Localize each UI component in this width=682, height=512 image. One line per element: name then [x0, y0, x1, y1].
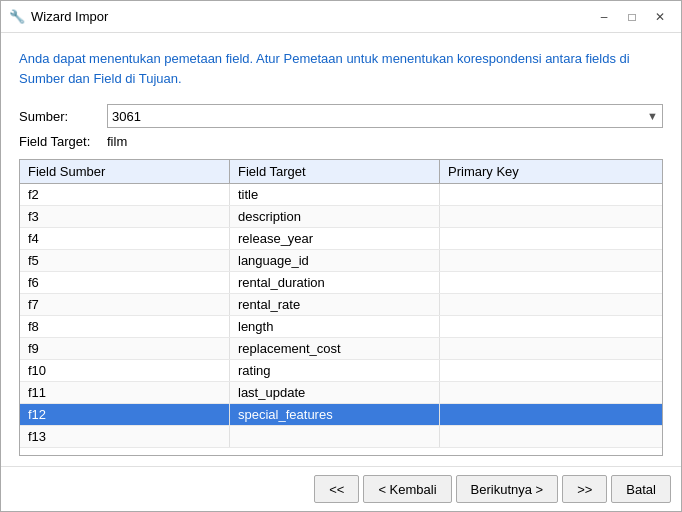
cell-primary-key — [440, 316, 662, 337]
table-row[interactable]: f3description — [20, 206, 662, 228]
cell-field-target: title — [230, 184, 440, 205]
main-content: Anda dapat menentukan pemetaan field. At… — [1, 33, 681, 466]
wizard-import-window: 🔧 Wizard Impor – □ ✕ Anda dapat menentuk… — [0, 0, 682, 512]
table-row[interactable]: f4release_year — [20, 228, 662, 250]
cell-primary-key — [440, 360, 662, 381]
minimize-button[interactable]: – — [591, 6, 617, 28]
cell-primary-key — [440, 272, 662, 293]
cell-field-sumber: f13 — [20, 426, 230, 447]
field-target-value: film — [107, 134, 127, 149]
cell-primary-key — [440, 294, 662, 315]
cell-field-target: rental_rate — [230, 294, 440, 315]
description-text: Anda dapat menentukan pemetaan field. At… — [19, 49, 663, 88]
table-body[interactable]: f2titlef3descriptionf4release_yearf5lang… — [20, 184, 662, 455]
window-icon: 🔧 — [9, 9, 25, 25]
cell-primary-key — [440, 228, 662, 249]
title-bar: 🔧 Wizard Impor – □ ✕ — [1, 1, 681, 33]
header-primary-key: Primary Key — [440, 160, 662, 183]
table-row[interactable]: f13 — [20, 426, 662, 448]
header-field-sumber: Field Sumber — [20, 160, 230, 183]
table-row[interactable]: f7rental_rate — [20, 294, 662, 316]
last-button[interactable]: >> — [562, 475, 607, 503]
sumber-select-value: 3061 — [112, 109, 141, 124]
cell-field-target: replacement_cost — [230, 338, 440, 359]
cell-field-target — [230, 426, 440, 447]
table-row[interactable]: f11last_update — [20, 382, 662, 404]
table-header: Field Sumber Field Target Primary Key — [20, 160, 662, 184]
cell-field-sumber: f12 — [20, 404, 230, 425]
window-title: Wizard Impor — [31, 9, 585, 24]
first-button[interactable]: << — [314, 475, 359, 503]
prev-button[interactable]: < Kembali — [363, 475, 451, 503]
cell-field-target: special_features — [230, 404, 440, 425]
cell-primary-key — [440, 426, 662, 447]
field-target-label: Field Target: — [19, 134, 99, 149]
mapping-table: Field Sumber Field Target Primary Key f2… — [19, 159, 663, 456]
cell-field-sumber: f2 — [20, 184, 230, 205]
sumber-select-arrow: ▼ — [647, 110, 658, 122]
header-field-target[interactable]: Field Target — [230, 160, 440, 183]
sumber-label: Sumber: — [19, 109, 99, 124]
cell-field-sumber: f5 — [20, 250, 230, 271]
table-row[interactable]: f5language_id — [20, 250, 662, 272]
table-row[interactable]: f2title — [20, 184, 662, 206]
table-row[interactable]: f9replacement_cost — [20, 338, 662, 360]
sumber-row: Sumber: 3061 ▼ — [19, 104, 663, 128]
cell-field-target: release_year — [230, 228, 440, 249]
cell-field-sumber: f7 — [20, 294, 230, 315]
cell-field-sumber: f11 — [20, 382, 230, 403]
cell-primary-key — [440, 206, 662, 227]
sumber-select[interactable]: 3061 ▼ — [107, 104, 663, 128]
maximize-button[interactable]: □ — [619, 6, 645, 28]
close-button[interactable]: ✕ — [647, 6, 673, 28]
cell-primary-key — [440, 250, 662, 271]
cell-primary-key — [440, 404, 662, 425]
table-row[interactable]: f8length — [20, 316, 662, 338]
cancel-button[interactable]: Batal — [611, 475, 671, 503]
cell-field-target: description — [230, 206, 440, 227]
table-row[interactable]: f10rating — [20, 360, 662, 382]
cell-field-sumber: f6 — [20, 272, 230, 293]
cell-field-sumber: f8 — [20, 316, 230, 337]
title-bar-controls: – □ ✕ — [591, 6, 673, 28]
cell-field-target: rental_duration — [230, 272, 440, 293]
cell-field-target: last_update — [230, 382, 440, 403]
cell-primary-key — [440, 382, 662, 403]
cell-field-sumber: f10 — [20, 360, 230, 381]
table-row[interactable]: f12special_features — [20, 404, 662, 426]
cell-field-target: language_id — [230, 250, 440, 271]
cell-field-sumber: f4 — [20, 228, 230, 249]
cell-primary-key — [440, 184, 662, 205]
next-button[interactable]: Berikutnya > — [456, 475, 559, 503]
cell-field-target: rating — [230, 360, 440, 381]
cell-field-sumber: f3 — [20, 206, 230, 227]
cell-field-target: length — [230, 316, 440, 337]
field-target-row: Field Target: film — [19, 134, 663, 149]
table-row[interactable]: f6rental_duration — [20, 272, 662, 294]
cell-field-sumber: f9 — [20, 338, 230, 359]
footer: << < Kembali Berikutnya > >> Batal — [1, 466, 681, 511]
cell-primary-key — [440, 338, 662, 359]
